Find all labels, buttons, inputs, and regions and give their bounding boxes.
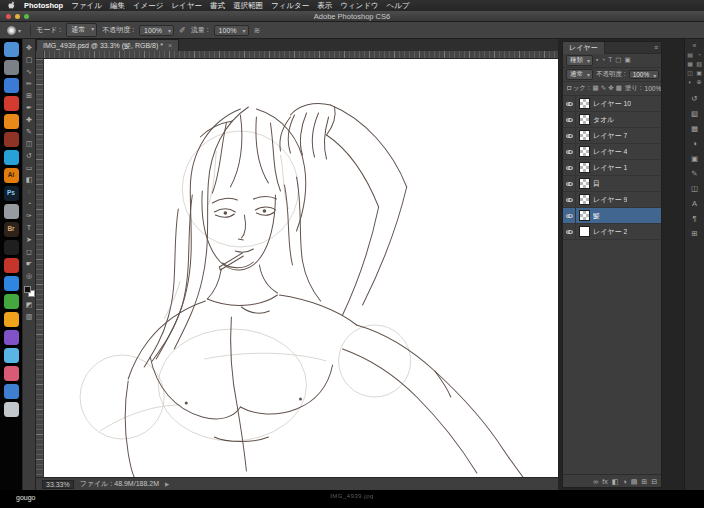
filter-shape-icon[interactable]: ▢ bbox=[615, 57, 621, 64]
dock-app-icon-18[interactable] bbox=[4, 348, 19, 363]
eyedropper-tool[interactable]: ✒ bbox=[26, 102, 32, 114]
lock-transparency-icon[interactable]: ▦ bbox=[593, 85, 599, 92]
marquee-tool[interactable]: ▢ bbox=[26, 54, 33, 66]
layer-name[interactable]: レイヤー 10 bbox=[593, 99, 631, 109]
menu-item[interactable]: ヘルプ bbox=[387, 1, 410, 11]
history-brush-tool[interactable]: ↺ bbox=[26, 150, 32, 162]
layer-group-icon[interactable]: ▤ bbox=[631, 478, 638, 485]
dock-app-icon-17[interactable] bbox=[4, 330, 19, 345]
panel-dock-icon-2[interactable]: ◔ bbox=[697, 51, 701, 60]
layer-name[interactable]: レイヤー 7 bbox=[593, 131, 627, 141]
dock-app-icon-6[interactable] bbox=[4, 132, 19, 147]
dock-app-icon-3[interactable] bbox=[4, 78, 19, 93]
panel-dock-icon-6[interactable]: ▣ bbox=[696, 69, 702, 78]
layer-filter-select[interactable]: 種類 bbox=[566, 55, 593, 66]
layer-row[interactable]: レイヤー 2 bbox=[563, 224, 661, 240]
lasso-tool[interactable]: ∿ bbox=[26, 66, 32, 78]
visibility-eye-icon[interactable] bbox=[563, 144, 576, 160]
menu-item[interactable]: 選択範囲 bbox=[233, 1, 263, 11]
finder-icon[interactable] bbox=[4, 42, 19, 57]
photoshop-icon[interactable]: Ps bbox=[4, 186, 19, 201]
layer-row[interactable]: レイヤー 4 bbox=[563, 144, 661, 160]
visibility-eye-icon[interactable] bbox=[563, 160, 576, 176]
foreground-color-swatch[interactable] bbox=[24, 286, 31, 293]
layer-row[interactable]: タオル bbox=[563, 112, 661, 128]
layer-blend-mode-select[interactable]: 通常 bbox=[566, 69, 593, 80]
panel-dock-icon-8[interactable]: ⊕ bbox=[696, 78, 701, 87]
adjustments-panel-icon[interactable]: ◑ bbox=[692, 136, 697, 151]
layer-thumbnail[interactable] bbox=[579, 162, 590, 173]
trash-icon[interactable] bbox=[4, 402, 19, 417]
layer-name[interactable]: 目 bbox=[593, 179, 600, 189]
gradient-tool[interactable]: ◧ bbox=[26, 174, 33, 186]
history-panel-icon[interactable]: ↺ bbox=[691, 91, 697, 106]
styles-panel-icon[interactable]: ▣ bbox=[691, 151, 698, 166]
move-tool[interactable]: ✥ bbox=[26, 42, 32, 54]
layer-thumbnail[interactable] bbox=[579, 146, 590, 157]
zoom-level[interactable]: 33.33% bbox=[42, 480, 74, 489]
layer-row[interactable]: レイヤー 10 bbox=[563, 96, 661, 112]
layer-opacity-select[interactable]: 100% bbox=[629, 70, 660, 79]
panel-dock-icon-1[interactable]: ▤ bbox=[687, 51, 693, 60]
hand-tool[interactable]: ☛ bbox=[26, 258, 32, 270]
pressure-opacity-icon[interactable]: ✐ bbox=[179, 26, 186, 35]
dodge-tool[interactable]: ◔ bbox=[27, 198, 31, 210]
dock-app-icon-14[interactable] bbox=[4, 276, 19, 291]
visibility-eye-icon[interactable] bbox=[563, 96, 576, 112]
layer-thumbnail[interactable] bbox=[579, 210, 590, 221]
healing-brush-tool[interactable]: ✚ bbox=[26, 114, 32, 126]
layer-row[interactable]: レイヤー 1 bbox=[563, 160, 661, 176]
brush-tool[interactable]: ✎ bbox=[26, 126, 32, 138]
blur-tool[interactable]: ◌ bbox=[27, 186, 31, 198]
dock-app-icon-19[interactable] bbox=[4, 366, 19, 381]
brush-panel-icon[interactable]: ✎ bbox=[691, 166, 697, 181]
zoom-tool[interactable]: ◎ bbox=[26, 270, 32, 282]
menu-item[interactable]: ウィンドウ bbox=[340, 1, 378, 11]
airbrush-icon[interactable]: ≋ bbox=[254, 26, 261, 35]
layer-name[interactable]: レイヤー 1 bbox=[593, 163, 627, 173]
dock-app-icon-7[interactable] bbox=[4, 150, 19, 165]
layer-name[interactable]: タオル bbox=[593, 115, 615, 125]
panel-dock-icon-7[interactable]: ◐ bbox=[688, 78, 692, 87]
layer-row[interactable]: 髪 bbox=[563, 208, 661, 224]
blend-mode-select[interactable]: 通常 bbox=[66, 23, 97, 37]
layer-name[interactable]: レイヤー 9 bbox=[593, 195, 627, 205]
foreground-background-swatches[interactable] bbox=[24, 286, 35, 297]
bridge-icon[interactable]: Br bbox=[4, 222, 19, 237]
dock-app-icon-5[interactable] bbox=[4, 114, 19, 129]
layer-effects-icon[interactable]: fx bbox=[602, 478, 607, 485]
link-layers-icon[interactable]: ∞ bbox=[593, 478, 598, 485]
layer-name[interactable]: 髪 bbox=[593, 211, 600, 221]
paragraph-panel-icon[interactable]: ¶ bbox=[692, 211, 696, 226]
layer-row[interactable]: レイヤー 9 bbox=[563, 192, 661, 208]
menu-item[interactable]: 書式 bbox=[210, 1, 225, 11]
flow-select[interactable]: 100% bbox=[214, 25, 249, 36]
clone-stamp-tool[interactable]: ◫ bbox=[26, 138, 33, 150]
panel-dock-icon-3[interactable]: ▦ bbox=[687, 60, 693, 69]
shape-tool[interactable]: ◻ bbox=[26, 246, 32, 258]
menu-item[interactable]: ファイル bbox=[71, 1, 102, 11]
expand-panels-icon[interactable]: « bbox=[693, 41, 697, 50]
quick-selection-tool[interactable]: ✏ bbox=[26, 78, 32, 90]
minimize-window-button[interactable] bbox=[15, 14, 20, 19]
layer-thumbnail[interactable] bbox=[579, 226, 590, 237]
layer-row[interactable]: レイヤー 7 bbox=[563, 128, 661, 144]
dock-app-icon-20[interactable] bbox=[4, 384, 19, 399]
layer-thumbnail[interactable] bbox=[579, 98, 590, 109]
path-selection-tool[interactable]: ➤ bbox=[26, 234, 32, 246]
adjustment-layer-icon[interactable]: ◑ bbox=[622, 478, 626, 485]
menu-item[interactable]: フィルター bbox=[271, 1, 309, 11]
layer-row[interactable]: 目 bbox=[563, 176, 661, 192]
visibility-eye-icon[interactable] bbox=[563, 176, 576, 192]
panel-menu-icon[interactable]: ≡ bbox=[654, 44, 661, 51]
delete-layer-icon[interactable]: ⊟ bbox=[651, 478, 657, 485]
dock-app-icon-13[interactable] bbox=[4, 258, 19, 273]
menu-item[interactable]: イメージ bbox=[133, 1, 164, 11]
navigator-panel-icon[interactable]: ⊞ bbox=[691, 226, 697, 241]
clone-source-panel-icon[interactable]: ◫ bbox=[691, 181, 698, 196]
crop-tool[interactable]: ⊞ bbox=[26, 90, 32, 102]
filter-type-icon[interactable]: T bbox=[608, 57, 612, 64]
brush-preset-picker[interactable]: ▾ bbox=[7, 24, 25, 37]
layers-panel-tab[interactable]: レイヤー bbox=[563, 42, 605, 54]
menu-item[interactable]: 編集 bbox=[110, 1, 125, 11]
